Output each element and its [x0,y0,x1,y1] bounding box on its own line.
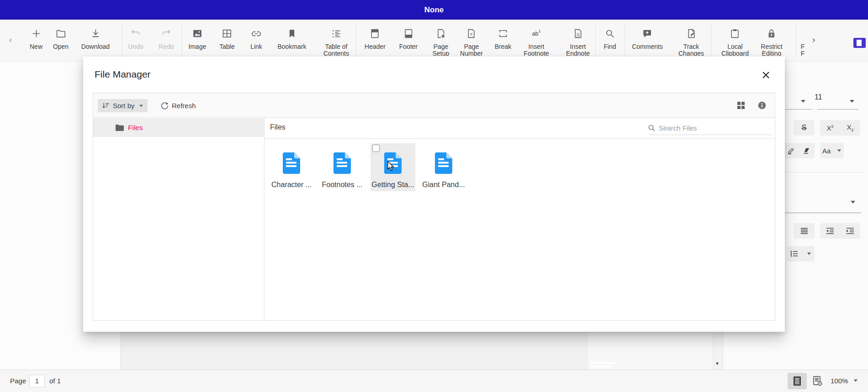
link-icon [250,27,262,40]
list-dropdown-icon [807,253,811,255]
search-files-input[interactable]: Search Files [648,121,772,135]
break-icon [495,27,512,40]
pane-toggle-icon [857,40,862,46]
file-tile[interactable]: Giant Pand... [421,143,466,191]
pane-divider [777,172,864,172]
undo-icon [128,27,143,40]
details-info-icon[interactable] [758,101,766,110]
toolbar-item-header[interactable]: Header [365,20,386,50]
window-title: None [424,5,444,15]
numbered-list-icon [790,251,798,257]
table-icon [219,27,234,40]
refresh-icon [161,102,169,110]
refresh-label: Refresh [172,102,196,110]
toolbar-item-redo[interactable]: Redo [159,20,174,50]
files-panel-title: Files [270,123,286,131]
toolbar-item-table-of-contents[interactable]: Table ofContents [323,20,349,56]
toolbar-item-restrict-editing[interactable]: RestrictEditing [761,20,782,56]
file-tile[interactable]: Character ... [269,143,314,191]
window-title-bar: None [0,0,868,20]
highlight-clear-buttons[interactable] [783,143,815,158]
toolbar-item-undo[interactable]: Undo [128,20,143,50]
sort-icon [102,102,110,110]
toolbar-separator [356,24,356,57]
highlight-color-icon[interactable] [787,147,795,155]
web-layout-button[interactable] [810,373,826,389]
page-text-fragment [591,362,616,364]
file-manager-body: Sort by Refresh Files [93,93,775,321]
indent-buttons[interactable] [820,223,860,239]
svg-text:[i]: [i] [577,32,579,37]
page-label: Page [10,377,26,385]
zoom-dropdown-icon[interactable] [854,379,858,382]
font-size-underline [817,109,858,110]
toolbar-scroll-right-icon[interactable]: › [812,35,815,45]
decrease-indent-icon[interactable] [826,228,834,234]
toolbar-item-insert-endnote[interactable]: [i]InsertEndnote [566,20,590,56]
toolbar-item-comments[interactable]: Comments [632,20,663,50]
font-size-value[interactable]: 11 [815,93,822,101]
toolbar-item-track-changes[interactable]: TrackChanges [678,20,704,56]
properties-pane-toggle[interactable] [853,38,866,48]
change-case-button[interactable]: Aa [820,143,844,158]
image-icon [189,27,206,40]
strikethrough-button[interactable]: S [794,120,815,136]
sort-dropdown-icon [139,105,143,107]
toolbar-item-link[interactable]: Link [250,20,262,50]
toolbar-item-bookmark[interactable]: Bookmark [277,20,306,50]
font-family-dropdown-icon[interactable] [801,100,805,103]
file-tile[interactable]: Footnotes ... [320,143,365,191]
toolbar-item-clipped[interactable]: F F [801,20,805,56]
style-dropdown-icon[interactable] [851,201,855,204]
refresh-button[interactable]: Refresh [157,99,200,112]
comment-icon [632,27,663,40]
increase-indent-icon[interactable] [846,228,854,234]
footer-icon [399,27,418,40]
zoom-value[interactable]: 100% [831,377,848,385]
toolbar-item-local-clipboard[interactable]: LocalClipboard [721,20,749,56]
tree-item-files[interactable]: Files [93,118,264,137]
toolbar-item-new[interactable]: New [30,20,42,50]
toolbar-separator [796,24,796,57]
files-panel: Files Search Files Character ...Footnote… [265,118,775,321]
toolbar-separator [711,24,711,57]
footnote-icon: ab1 [524,27,549,40]
page-number-input[interactable]: 1 [29,375,45,387]
toolbar-scroll-left-icon[interactable]: ‹ [9,35,12,45]
page-count-label: of 1 [49,377,61,385]
font-size-dropdown-icon[interactable] [850,100,854,103]
file-manager-dialog: File Manager Sort by Refresh [83,57,785,332]
dialog-close-button[interactable] [759,68,772,81]
files-grid: Character ...Footnotes ...Getting Sta...… [265,139,775,321]
svg-text:1: 1 [538,29,540,33]
lock-icon [761,27,782,40]
sort-by-button[interactable]: Sort by [98,99,148,112]
toolbar-separator [122,24,122,57]
toolbar-item-image[interactable]: Image [189,20,206,50]
script-buttons[interactable]: X2 X2 [820,120,860,136]
subscript-icon[interactable]: X2 [847,123,853,132]
toolbar-item-footer[interactable]: Footer [399,20,418,50]
grid-view-icon[interactable] [737,102,745,109]
scroll-down-icon[interactable]: ▼ [715,361,720,366]
toolbar-item-download[interactable]: Download [81,20,110,50]
toolbar-item-open[interactable]: Open [53,20,69,50]
numbered-list-button[interactable] [787,246,815,261]
clear-format-icon[interactable] [803,147,811,154]
svg-text:ab: ab [532,31,538,37]
toolbar-item-break[interactable]: Break [495,20,512,50]
toolbar-item-find[interactable]: Find [603,20,616,50]
bookmark-icon [277,27,306,40]
toolbar-item-page-setup[interactable]: PageSetup [433,20,450,56]
justify-button[interactable] [794,223,815,239]
toolbar-item-page-number[interactable]: #PageNumber [460,20,483,56]
toolbar-item-insert-footnote[interactable]: ab1InsertFootnote [524,20,549,56]
print-layout-button[interactable] [788,373,807,389]
toolbar-item-table[interactable]: Table [219,20,234,50]
header-icon [365,27,386,40]
svg-text:#: # [470,32,473,37]
file-checkbox[interactable] [372,145,380,152]
download-icon [81,27,110,40]
track-changes-icon [678,27,704,40]
superscript-icon[interactable]: X2 [826,124,833,132]
